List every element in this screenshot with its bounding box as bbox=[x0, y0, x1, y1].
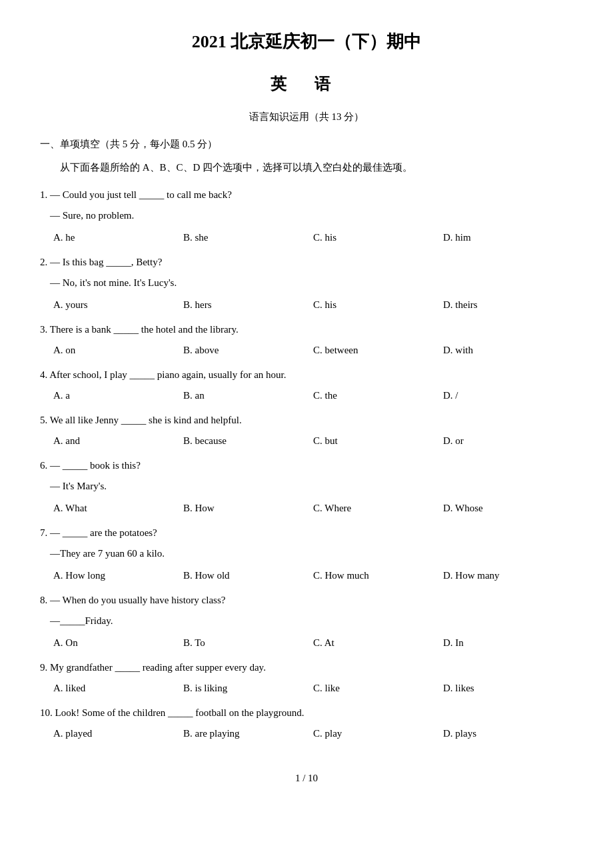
question-3: 3. There is a bank _____ the hotel and t… bbox=[40, 321, 573, 359]
instruction: 从下面各题所给的 A、B、C、D 四个选项中，选择可以填入空白处的最佳选项。 bbox=[40, 159, 573, 177]
question-7: 7. — _____ are the potatoes?—They are 7 … bbox=[40, 524, 573, 585]
question-9-option-1: B. is liking bbox=[183, 679, 313, 697]
question-4-options: A. aB. anC. theD. / bbox=[40, 387, 573, 405]
question-10-option-0: A. played bbox=[53, 725, 183, 743]
question-2-option-1: B. hers bbox=[183, 296, 313, 314]
page-footer: 1 / 10 bbox=[40, 769, 573, 787]
question-8-options: A. OnB. ToC. AtD. In bbox=[40, 634, 573, 652]
question-7-options: A. How longB. How oldC. How muchD. How m… bbox=[40, 567, 573, 585]
question-6-reply: — It's Mary's. bbox=[40, 477, 573, 495]
question-1-option-1: B. she bbox=[183, 229, 313, 247]
question-3-option-1: B. above bbox=[183, 341, 313, 359]
part-title: 一、单项填空（共 5 分，每小题 0.5 分） bbox=[40, 135, 573, 153]
question-8-option-1: B. To bbox=[183, 634, 313, 652]
question-7-option-3: D. How many bbox=[443, 567, 573, 585]
question-6-stem: 6. — _____ book is this? bbox=[40, 457, 573, 475]
question-4-option-2: C. the bbox=[313, 387, 443, 405]
question-5-stem: 5. We all like Jenny _____ she is kind a… bbox=[40, 411, 573, 429]
questions-container: 1. — Could you just tell _____ to call m… bbox=[40, 186, 573, 743]
question-4-option-1: B. an bbox=[183, 387, 313, 405]
question-8-stem: 8. — When do you usually have history cl… bbox=[40, 591, 573, 609]
question-2-option-3: D. theirs bbox=[443, 296, 573, 314]
question-1-option-2: C. his bbox=[313, 229, 443, 247]
question-5-option-3: D. or bbox=[443, 432, 573, 450]
question-4: 4. After school, I play _____ piano agai… bbox=[40, 366, 573, 405]
question-6-option-3: D. Whose bbox=[443, 499, 573, 517]
question-2: 2. — Is this bag _____, Betty?— No, it's… bbox=[40, 253, 573, 314]
question-10-option-1: B. are playing bbox=[183, 725, 313, 743]
question-9-option-2: C. like bbox=[313, 679, 443, 697]
sub-title: 英 语 bbox=[40, 70, 573, 99]
question-1-reply: — Sure, no problem. bbox=[40, 207, 573, 225]
question-8-reply: —_____Friday. bbox=[40, 612, 573, 630]
question-2-option-2: C. his bbox=[313, 296, 443, 314]
question-7-reply: —They are 7 yuan 60 a kilo. bbox=[40, 545, 573, 563]
question-8: 8. — When do you usually have history cl… bbox=[40, 591, 573, 652]
question-2-options: A. yoursB. hersC. hisD. theirs bbox=[40, 296, 573, 314]
question-9-options: A. likedB. is likingC. likeD. likes bbox=[40, 679, 573, 697]
question-9: 9. My grandfather _____ reading after su… bbox=[40, 659, 573, 697]
question-9-option-3: D. likes bbox=[443, 679, 573, 697]
question-6-option-2: C. Where bbox=[313, 499, 443, 517]
question-2-option-0: A. yours bbox=[53, 296, 183, 314]
question-9-option-0: A. liked bbox=[53, 679, 183, 697]
question-9-stem: 9. My grandfather _____ reading after su… bbox=[40, 659, 573, 677]
question-5-option-2: C. but bbox=[313, 432, 443, 450]
question-7-option-2: C. How much bbox=[313, 567, 443, 585]
question-3-options: A. onB. aboveC. betweenD. with bbox=[40, 341, 573, 359]
question-6: 6. — _____ book is this?— It's Mary's.A.… bbox=[40, 457, 573, 517]
question-10-options: A. playedB. are playingC. playD. plays bbox=[40, 725, 573, 743]
question-3-option-3: D. with bbox=[443, 341, 573, 359]
question-8-option-3: D. In bbox=[443, 634, 573, 652]
question-5-option-0: A. and bbox=[53, 432, 183, 450]
question-3-option-2: C. between bbox=[313, 341, 443, 359]
question-1-option-3: D. him bbox=[443, 229, 573, 247]
question-10-option-3: D. plays bbox=[443, 725, 573, 743]
question-3-option-0: A. on bbox=[53, 341, 183, 359]
question-4-stem: 4. After school, I play _____ piano agai… bbox=[40, 366, 573, 384]
question-6-option-0: A. What bbox=[53, 499, 183, 517]
question-10-option-2: C. play bbox=[313, 725, 443, 743]
question-1-stem: 1. — Could you just tell _____ to call m… bbox=[40, 186, 573, 204]
question-8-option-0: A. On bbox=[53, 634, 183, 652]
question-2-stem: 2. — Is this bag _____, Betty? bbox=[40, 253, 573, 271]
question-10-stem: 10. Look! Some of the children _____ foo… bbox=[40, 704, 573, 722]
question-5-options: A. andB. becauseC. butD. or bbox=[40, 432, 573, 450]
question-7-stem: 7. — _____ are the potatoes? bbox=[40, 524, 573, 542]
question-3-stem: 3. There is a bank _____ the hotel and t… bbox=[40, 321, 573, 339]
question-6-option-1: B. How bbox=[183, 499, 313, 517]
question-10: 10. Look! Some of the children _____ foo… bbox=[40, 704, 573, 743]
section-header: 语言知识运用（共 13 分） bbox=[40, 108, 573, 126]
question-7-option-1: B. How old bbox=[183, 567, 313, 585]
question-4-option-0: A. a bbox=[53, 387, 183, 405]
question-5-option-1: B. because bbox=[183, 432, 313, 450]
main-title: 2021 北京延庆初一（下）期中 bbox=[40, 27, 573, 58]
question-1-option-0: A. he bbox=[53, 229, 183, 247]
question-5: 5. We all like Jenny _____ she is kind a… bbox=[40, 411, 573, 450]
question-7-option-0: A. How long bbox=[53, 567, 183, 585]
question-6-options: A. WhatB. HowC. WhereD. Whose bbox=[40, 499, 573, 517]
question-8-option-2: C. At bbox=[313, 634, 443, 652]
question-4-option-3: D. / bbox=[443, 387, 573, 405]
question-1: 1. — Could you just tell _____ to call m… bbox=[40, 186, 573, 247]
question-1-options: A. heB. sheC. hisD. him bbox=[40, 229, 573, 247]
question-2-reply: — No, it's not mine. It's Lucy's. bbox=[40, 274, 573, 292]
